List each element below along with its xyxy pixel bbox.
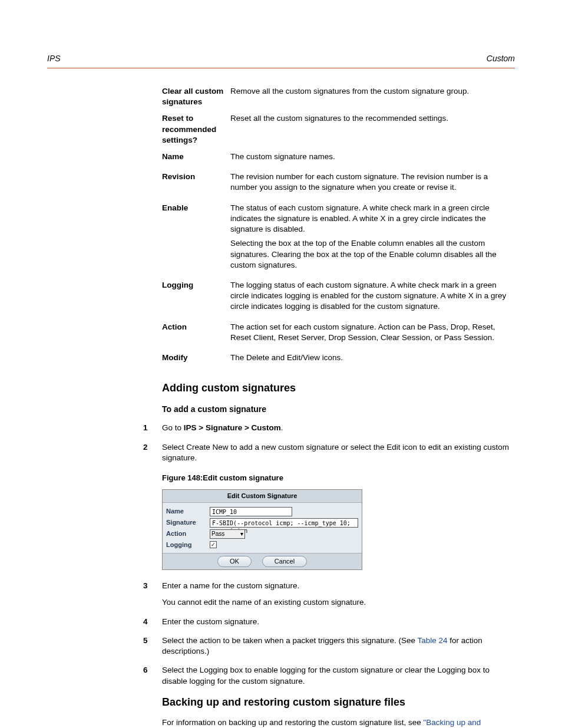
backup-paragraph: For information on backing up and restor…	[162, 717, 515, 728]
page-header: IPS Custom	[47, 53, 515, 64]
def-desc: The status of each custom signature. A w…	[230, 203, 515, 274]
logging-checkbox[interactable]: ✓	[210, 541, 217, 548]
def-term: Clear all custom signatures	[162, 86, 227, 107]
name-label: Name	[166, 507, 210, 516]
step-5: 5 Select the action to be taken when a p…	[143, 635, 515, 657]
dialog-title: Edit Custom Signature	[163, 490, 362, 503]
step-1: 1 Go to IPS > Signature > Custom.	[143, 423, 515, 433]
def-term: Action	[162, 322, 227, 347]
step-6: 6 Select the Logging box to enable loggi…	[143, 665, 515, 686]
def-term: Reset to recommended settings?	[162, 113, 227, 146]
def-term: Enable	[162, 203, 227, 274]
def-term: Modify	[162, 353, 227, 367]
action-select[interactable]: Pass ▾	[210, 529, 245, 539]
def-desc: Remove all the custom signatures from th…	[230, 86, 515, 107]
nav-path: IPS > Signature > Custom	[184, 423, 281, 432]
definition-list: Clear all custom signatures Remove all t…	[162, 86, 515, 367]
figure-caption: Figure 148:Edit custom signature	[162, 473, 515, 483]
def-desc: The revision number for each custom sign…	[230, 172, 515, 196]
chevron-down-icon: ▾	[240, 530, 243, 538]
edit-custom-signature-dialog: Edit Custom Signature Name ICMP_10 Signa…	[162, 489, 362, 571]
signature-label: Signature	[166, 518, 210, 527]
cancel-button[interactable]: Cancel	[262, 556, 307, 567]
def-desc: The custom signature names.	[230, 151, 515, 166]
section-heading-backup: Backing up and restoring custom signatur…	[162, 695, 515, 709]
main-content: Clear all custom signatures Remove all t…	[162, 86, 515, 728]
def-desc: Reset all the custom signatures to the r…	[230, 113, 515, 146]
def-term: Revision	[162, 172, 227, 196]
header-left: IPS	[47, 53, 61, 64]
table-link[interactable]: Table 24	[418, 636, 448, 645]
section-heading-adding: Adding custom signatures	[162, 381, 515, 395]
step-4: 4 Enter the custom signature.	[143, 617, 515, 627]
signature-input[interactable]: F-SBID(--protocol icmp; --icmp_type 10; …	[210, 518, 358, 528]
procedure-heading: To add a custom signature	[162, 404, 515, 415]
name-input[interactable]: ICMP_10	[210, 507, 292, 516]
def-desc: The logging status of each custom signat…	[230, 280, 515, 316]
header-right: Custom	[487, 53, 515, 64]
step-2: 2 Select Create New to add a new custom …	[143, 442, 515, 571]
def-desc: The Delete and Edit/View icons.	[230, 353, 515, 367]
ok-button[interactable]: OK	[217, 556, 252, 567]
def-term: Logging	[162, 280, 227, 316]
procedure-steps: 1 Go to IPS > Signature > Custom. 2 Sele…	[162, 423, 515, 686]
logging-label: Logging	[166, 541, 210, 549]
step-3: 3 Enter a name for the custom signature.…	[143, 581, 515, 608]
action-label: Action	[166, 529, 210, 538]
def-desc: The action set for each custom signature…	[230, 322, 515, 347]
def-term: Name	[162, 151, 227, 166]
header-rule	[47, 68, 515, 68]
